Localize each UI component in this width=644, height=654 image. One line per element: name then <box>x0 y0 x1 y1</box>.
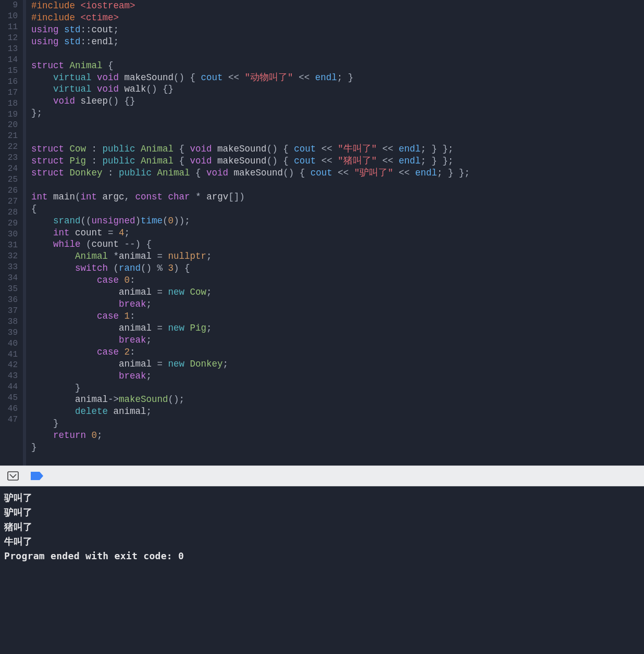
code-line[interactable]: animal = new Pig; <box>31 322 644 334</box>
line-number: 36 <box>0 295 19 306</box>
console-lines: 驴叫了驴叫了猪叫了牛叫了 <box>4 491 640 549</box>
code-line[interactable]: #include <ctime> <box>31 12 644 24</box>
line-number: 14 <box>0 55 19 66</box>
line-number: 21 <box>0 131 19 142</box>
code-line[interactable]: case 1: <box>31 310 644 322</box>
code-line[interactable]: return 0; <box>31 430 644 442</box>
line-number: 25 <box>0 174 19 185</box>
code-line[interactable]: using std::endl; <box>31 36 644 48</box>
code-line[interactable]: struct Cow : public Animal { void makeSo… <box>31 143 644 155</box>
console-line: 猪叫了 <box>4 520 640 534</box>
code-line[interactable]: while (count --) { <box>31 238 644 250</box>
line-number: 23 <box>0 153 19 164</box>
svg-rect-0 <box>8 472 18 480</box>
code-line[interactable] <box>31 48 644 60</box>
code-line[interactable]: struct Pig : public Animal { void makeSo… <box>31 155 644 167</box>
line-number: 44 <box>0 382 19 393</box>
code-line[interactable]: struct Donkey : public Animal { void mak… <box>31 167 644 179</box>
line-number: 18 <box>0 98 19 109</box>
line-number: 30 <box>0 229 19 240</box>
line-number: 31 <box>0 240 19 251</box>
code-line[interactable]: #include <iostream> <box>31 0 644 12</box>
code-line[interactable]: }; <box>31 107 644 119</box>
code-line[interactable]: void sleep() {} <box>31 95 644 107</box>
code-line[interactable]: switch (rand() % 3) { <box>31 262 644 274</box>
line-number: 28 <box>0 207 19 218</box>
console-line: 驴叫了 <box>4 505 640 520</box>
line-number: 20 <box>0 120 19 131</box>
line-number: 33 <box>0 262 19 273</box>
line-number: 27 <box>0 196 19 207</box>
line-number: 19 <box>0 109 19 120</box>
code-line[interactable]: int count = 4; <box>31 227 644 239</box>
code-line[interactable]: delete animal; <box>31 406 644 418</box>
code-line[interactable]: int main(int argc, const char * argv[]) <box>31 191 644 203</box>
line-number: 32 <box>0 251 19 262</box>
line-number: 38 <box>0 317 19 328</box>
line-number: 34 <box>0 273 19 284</box>
code-line[interactable]: using std::cout; <box>31 24 644 36</box>
code-line[interactable]: animal = new Donkey; <box>31 358 644 370</box>
code-line[interactable]: virtual void makeSound() { cout << "动物叫了… <box>31 72 644 84</box>
code-line[interactable] <box>31 454 644 466</box>
line-number-gutter: 9101112131415161718192021222324252627282… <box>0 0 23 466</box>
code-line[interactable]: } <box>31 382 644 394</box>
line-number: 29 <box>0 218 19 229</box>
line-number: 47 <box>0 414 19 425</box>
console-status: Program ended with exit code: 0 <box>4 549 640 563</box>
debug-toolbar <box>0 466 644 486</box>
code-line[interactable]: } <box>31 442 644 454</box>
line-number: 9 <box>0 0 19 11</box>
line-number: 46 <box>0 404 19 414</box>
line-number: 10 <box>0 11 19 22</box>
code-area[interactable]: #include <iostream>#include <ctime>using… <box>26 0 644 466</box>
line-number: 40 <box>0 338 19 349</box>
line-number: 26 <box>0 185 19 196</box>
code-line[interactable]: virtual void walk() {} <box>31 83 644 95</box>
line-number: 24 <box>0 164 19 174</box>
line-number: 13 <box>0 44 19 55</box>
line-number: 16 <box>0 77 19 87</box>
code-line[interactable]: { <box>31 203 644 215</box>
filter-dropdown-icon[interactable] <box>6 470 20 482</box>
line-number: 41 <box>0 349 19 360</box>
line-number: 22 <box>0 142 19 153</box>
line-number: 12 <box>0 33 19 44</box>
code-line[interactable] <box>31 131 644 143</box>
code-line[interactable]: } <box>31 418 644 430</box>
code-line[interactable]: case 0: <box>31 274 644 286</box>
code-line[interactable]: break; <box>31 334 644 346</box>
code-line[interactable]: srand((unsigned)time(0)); <box>31 215 644 227</box>
code-line[interactable] <box>31 119 644 131</box>
code-line[interactable]: struct Animal { <box>31 60 644 72</box>
line-number: 17 <box>0 87 19 98</box>
line-number: 43 <box>0 371 19 382</box>
code-line[interactable]: case 2: <box>31 346 644 358</box>
code-line[interactable]: animal->makeSound(); <box>31 394 644 406</box>
line-number: 45 <box>0 393 19 404</box>
line-number: 42 <box>0 360 19 371</box>
code-line[interactable] <box>31 179 644 191</box>
code-line[interactable]: animal = new Cow; <box>31 286 644 298</box>
line-number: 39 <box>0 328 19 338</box>
line-number: 15 <box>0 66 19 77</box>
console-output[interactable]: 驴叫了驴叫了猪叫了牛叫了 Program ended with exit cod… <box>0 486 644 571</box>
code-line[interactable]: break; <box>31 298 644 310</box>
console-line: 牛叫了 <box>4 534 640 549</box>
console-line: 驴叫了 <box>4 491 640 505</box>
code-line[interactable]: Animal *animal = nullptr; <box>31 250 644 262</box>
line-number: 11 <box>0 22 19 33</box>
line-number: 35 <box>0 284 19 295</box>
code-line[interactable]: break; <box>31 370 644 382</box>
run-tag-icon[interactable] <box>30 470 44 482</box>
line-number: 37 <box>0 306 19 317</box>
code-editor[interactable]: 9101112131415161718192021222324252627282… <box>0 0 644 466</box>
